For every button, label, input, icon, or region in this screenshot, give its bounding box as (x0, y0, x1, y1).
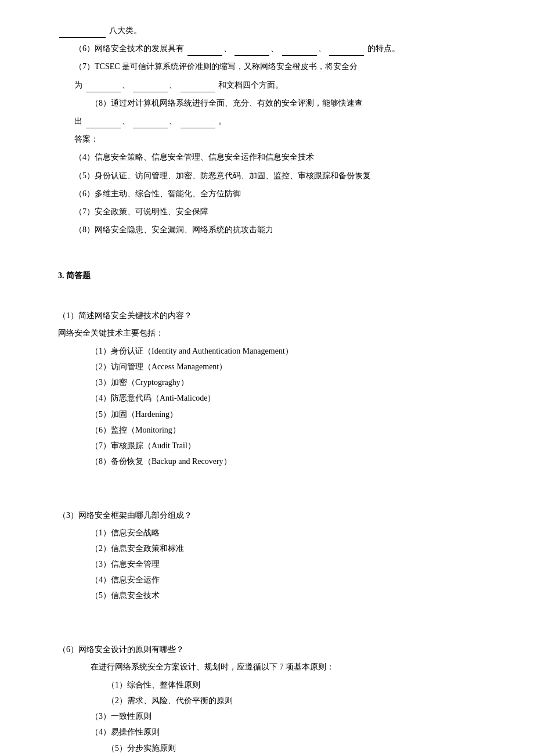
top-line: 八大类。 (58, 23, 488, 38)
q3-label-text: （3）网络安全框架由哪几部分组成？ (58, 511, 192, 520)
q6-item-5: （5）分步实施原则 (58, 741, 488, 755)
question-3-label: （3）网络安全框架由哪几部分组成？ (58, 508, 488, 523)
q3-item-3-text: （3）信息安全管理 (91, 560, 160, 568)
q1-item-1: （1）身份认证（Identity and Authentication Mana… (58, 344, 488, 358)
q6-blank4 (329, 55, 364, 56)
q1-item-3: （3）加密（Cryptograghy） (58, 375, 488, 390)
q1-item-2-text: （2）访问管理（Access Management） (91, 362, 227, 371)
answer-6: （6）多维主动、综合性、智能化、全方位防御 (58, 186, 488, 201)
q1-item-4: （4）防恶意代码（Anti-Malicode） (58, 391, 488, 405)
answer-4-text: （4）信息安全策略、信息安全管理、信息安全运作和信息安全技术 (74, 153, 314, 161)
q1-item-8: （8）备份恢复（Backup and Recovery） (58, 454, 488, 469)
q6-suffix: 的特点。 (367, 44, 400, 53)
q7-suffix: 和文档四个方面。 (218, 81, 283, 89)
q3-item-2-text: （2）信息安全政策和标准 (91, 544, 184, 553)
q8-blank1 (86, 128, 121, 128)
answer-5: （5）身份认证、访问管理、加密、防恶意代码、加固、监控、审核跟踪和备份恢复 (58, 168, 488, 183)
q1-item-5: （5）加固（Hardening） (58, 407, 488, 422)
q8-text1: （8）通过对计算机网络系统进行全面、充分、有效的安全评测，能够快速查 (91, 99, 363, 107)
top-suffix: 八大类。 (109, 26, 142, 35)
blank-top (59, 37, 106, 38)
q7-line2: 为 、 、 和文档四个方面。 (58, 78, 488, 92)
answer-7-text: （7）安全政策、可说明性、安全保障 (74, 207, 208, 216)
q1-item-2: （2）访问管理（Access Management） (58, 359, 488, 374)
answer-5-text: （5）身份认证、访问管理、加密、防恶意代码、加固、监控、审核跟踪和备份恢复 (74, 171, 371, 180)
q1-item-1-text: （1）身份认证（Identity and Authentication Mana… (91, 347, 293, 355)
q1-intro: 网络安全关键技术主要包括： (58, 326, 488, 340)
question-1-label: （1）简述网络安全关键技术的内容？ (58, 308, 488, 323)
q3-item-5: （5）信息安全技术 (58, 588, 488, 603)
q3-item-5-text: （5）信息安全技术 (91, 591, 160, 600)
answer-8-text: （8）网络安全隐患、安全漏洞、网络系统的抗攻击能力 (74, 225, 273, 234)
q8-line1: （8）通过对计算机网络系统进行全面、充分、有效的安全评测，能够快速查 (58, 96, 488, 110)
q1-item-3-text: （3）加密（Cryptograghy） (91, 378, 189, 387)
answer-4: （4）信息安全策略、信息安全管理、信息安全运作和信息安全技术 (58, 150, 488, 164)
q8-line2: 出 、 、 。 (58, 114, 488, 128)
q1-label-text: （1）简述网络安全关键技术的内容？ (58, 311, 192, 320)
q6-item-2-text: （2）需求、风险、代价平衡的原则 (107, 696, 233, 705)
answer-6-text: （6）多维主动、综合性、智能化、全方位防御 (74, 189, 241, 198)
q7-blank2 (133, 92, 168, 92)
q8-blank3 (181, 128, 215, 128)
q7-text1: （7）TCSEC 是可信计算系统评价准则的缩写，又称网络安全橙皮书，将安全分 (74, 62, 358, 71)
q6-intro-text: 在进行网络系统安全方案设计、规划时，应遵循以下 7 项基本原则： (91, 663, 334, 671)
q6-item-3-text: （3）一致性原则 (91, 712, 151, 721)
q6-item-3: （3）一致性原则 (58, 709, 488, 723)
q6-intro: 在进行网络系统安全方案设计、规划时，应遵循以下 7 项基本原则： (58, 660, 488, 674)
q6-item-1: （1）综合性、整体性原则 (58, 678, 488, 692)
q6-blank1 (187, 55, 222, 56)
q7-prefix: 为 (74, 81, 82, 89)
q3-item-1-text: （1）信息安全战略 (91, 528, 160, 537)
q6-item-1-text: （1）综合性、整体性原则 (107, 681, 200, 689)
q1-item-7: （7）审核跟踪（Audit Trail） (58, 438, 488, 453)
q3-item-4: （4）信息安全运作 (58, 573, 488, 587)
q1-item-7-text: （7）审核跟踪（Audit Trail） (91, 441, 196, 450)
q8-blank2 (133, 128, 168, 128)
q1-item-5-text: （5）加固（Hardening） (91, 410, 178, 419)
q6-item-4-text: （4）易操作性原则 (91, 728, 160, 736)
q1-item-8-text: （8）备份恢复（Backup and Recovery） (91, 457, 232, 466)
q8-prefix: 出 (74, 117, 82, 125)
page-content: 八大类。 （6）网络安全技术的发展具有 、 、 、 的特点。 （7）TCSEC … (58, 23, 488, 756)
answer-8: （8）网络安全隐患、安全漏洞、网络系统的抗攻击能力 (58, 222, 488, 237)
q6-item-4: （4）易操作性原则 (58, 725, 488, 739)
answer-label-text: 答案： (74, 135, 99, 143)
q6-line: （6）网络安全技术的发展具有 、 、 、 的特点。 (58, 41, 488, 56)
q3-item-1: （1）信息安全战略 (58, 525, 488, 540)
q1-item-6: （6）监控（Monitoring） (58, 423, 488, 437)
q3-item-4-text: （4）信息安全运作 (91, 575, 160, 584)
q6-blank3 (282, 55, 317, 56)
question-6-label: （6）网络安全设计的原则有哪些？ (58, 642, 488, 657)
q3-item-2: （2）信息安全政策和标准 (58, 541, 488, 556)
q6-prefix: （6）网络安全技术的发展具有 (74, 44, 184, 53)
q7-blank1 (86, 92, 121, 92)
q6-blank2 (234, 55, 269, 56)
answer-7: （7）安全政策、可说明性、安全保障 (58, 204, 488, 219)
q6-label-text: （6）网络安全设计的原则有哪些？ (58, 645, 184, 654)
q7-line1: （7）TCSEC 是可信计算系统评价准则的缩写，又称网络安全橙皮书，将安全分 (58, 59, 488, 74)
q7-blank3 (181, 92, 215, 92)
section3-title-text: 3. 简答题 (58, 271, 91, 280)
q6-item-5-text: （5）分步实施原则 (107, 744, 176, 753)
q6-item-2: （2）需求、风险、代价平衡的原则 (58, 693, 488, 708)
q1-item-6-text: （6）监控（Monitoring） (91, 426, 181, 434)
section3-title: 3. 简答题 (58, 268, 488, 283)
q1-item-4-text: （4）防恶意代码（Anti-Malicode） (91, 394, 215, 402)
q3-item-3: （3）信息安全管理 (58, 557, 488, 571)
answer-label: 答案： (58, 132, 488, 146)
q8-suffix: 。 (218, 117, 226, 125)
q1-intro-text: 网络安全关键技术主要包括： (58, 329, 164, 337)
